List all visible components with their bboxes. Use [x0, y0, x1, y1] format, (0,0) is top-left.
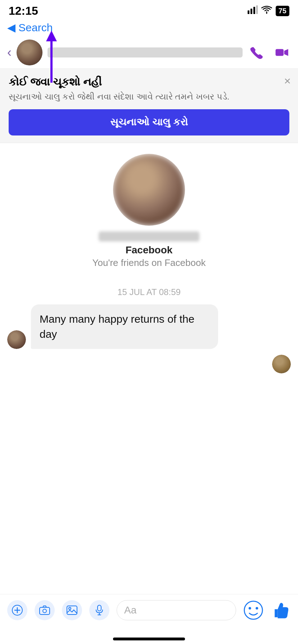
own-avatar[interactable]	[272, 355, 291, 373]
svg-point-18	[249, 607, 251, 610]
avatar-image	[17, 40, 42, 65]
chat-area: Facebook You're friends on Facebook 15 J…	[0, 143, 298, 386]
svg-rect-2	[253, 7, 255, 14]
profile-platform: Facebook	[126, 244, 173, 256]
svg-marker-6	[46, 31, 57, 41]
message-text: Many many happy returns of the day	[40, 313, 194, 340]
svg-point-11	[43, 609, 46, 613]
profile-friends-text: You're friends on Facebook	[92, 257, 206, 268]
microphone-button[interactable]	[89, 600, 109, 620]
message-bubble-incoming[interactable]: Many many happy returns of the day	[31, 304, 218, 349]
message-row-outgoing	[7, 355, 291, 373]
notification-close-button[interactable]: ×	[284, 74, 291, 88]
profile-section: Facebook You're friends on Facebook	[7, 143, 291, 281]
back-button[interactable]: ‹	[7, 45, 12, 60]
like-button[interactable]	[271, 600, 291, 620]
svg-rect-14	[98, 605, 101, 611]
video-call-button[interactable]	[274, 44, 291, 61]
svg-rect-10	[40, 607, 50, 615]
signal-icon	[248, 5, 258, 17]
status-bar: 12:15 75	[0, 0, 298, 20]
sender-avatar-image	[7, 330, 26, 349]
add-button[interactable]	[7, 600, 27, 620]
home-indicator	[113, 638, 185, 640]
image-button[interactable]	[62, 600, 82, 620]
svg-point-17	[244, 601, 262, 619]
sender-avatar[interactable]	[7, 330, 26, 349]
message-timestamp: 15 JUL AT 08:59	[117, 287, 181, 297]
input-bar: Aa	[0, 594, 298, 626]
emoji-button[interactable]	[243, 600, 263, 620]
svg-point-13	[69, 607, 71, 610]
input-placeholder: Aa	[124, 604, 136, 616]
message-input[interactable]: Aa	[117, 600, 236, 620]
battery-indicator: 75	[276, 6, 289, 16]
purple-arrow-annotation	[42, 31, 60, 89]
message-row-incoming: Many many happy returns of the day	[7, 304, 291, 349]
svg-rect-1	[250, 9, 252, 14]
profile-avatar-blur	[113, 154, 185, 226]
messages-section: Many many happy returns of the day	[7, 304, 291, 386]
status-time: 12:15	[9, 4, 38, 18]
svg-rect-4	[276, 49, 284, 56]
profile-avatar-large[interactable]	[113, 154, 185, 226]
contact-name-blurred	[48, 47, 243, 58]
notification-description: સૂચનાઓ ચાલુ કરો જેથી નવા સંદેશા આવે ત્યા…	[9, 91, 289, 103]
phone-call-button[interactable]	[248, 44, 265, 61]
camera-button[interactable]	[35, 600, 55, 620]
wifi-icon	[261, 5, 272, 17]
svg-rect-3	[256, 5, 258, 14]
svg-rect-0	[248, 10, 249, 14]
profile-name-blurred	[99, 231, 199, 242]
status-icons: 75	[248, 5, 289, 17]
own-avatar-image	[272, 355, 291, 373]
header-actions	[248, 44, 291, 61]
contact-avatar[interactable]	[17, 40, 42, 65]
svg-rect-12	[67, 606, 77, 615]
svg-point-19	[256, 607, 258, 610]
enable-notifications-button[interactable]: સૂચનાઓ ચાલુ કરો	[9, 109, 289, 135]
